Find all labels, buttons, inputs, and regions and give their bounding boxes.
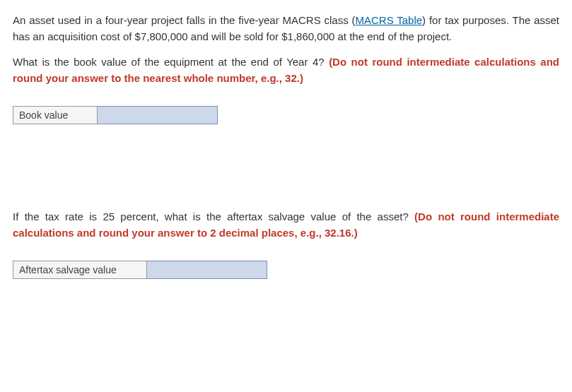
book-value-row: Book value [13, 106, 559, 124]
question-1: What is the book value of the equipment … [13, 54, 559, 86]
aftertax-salvage-input[interactable] [147, 261, 267, 279]
problem-intro: An asset used in a four-year project fal… [13, 13, 559, 44]
question-2: If the tax rate is 25 percent, what is t… [13, 209, 559, 241]
q2-text: If the tax rate is 25 percent, what is t… [13, 210, 414, 222]
book-value-label: Book value [13, 106, 98, 124]
aftertax-salvage-label: Aftertax salvage value [13, 261, 147, 279]
book-value-input[interactable] [98, 106, 218, 124]
macrs-table-link[interactable]: MACRS Table [356, 14, 423, 26]
intro-part1: An asset used in a four-year project fal… [13, 14, 356, 26]
aftertax-salvage-row: Aftertax salvage value [13, 261, 559, 279]
q1-text: What is the book value of the equipment … [13, 56, 329, 68]
